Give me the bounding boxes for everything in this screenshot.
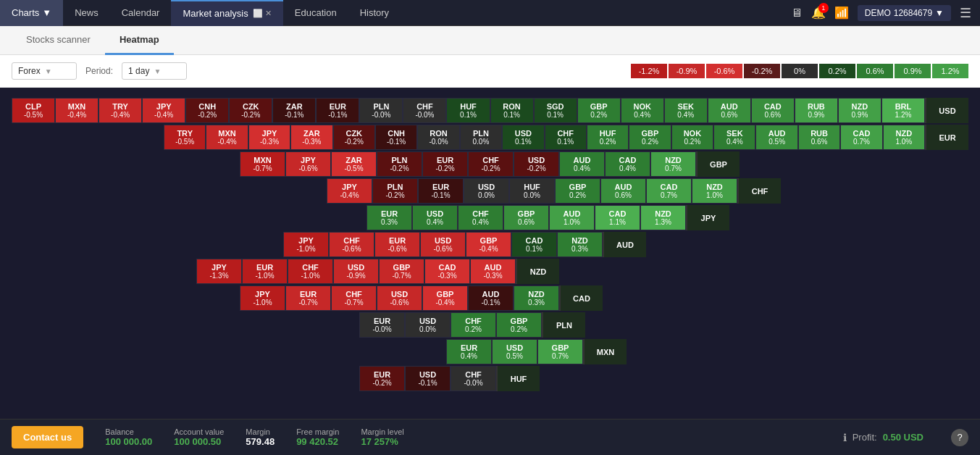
heatmap-cell[interactable]: JPY-0.4%	[142, 98, 185, 123]
heatmap-cell[interactable]: CAD0.6%	[751, 98, 795, 123]
heatmap-cell[interactable]: CAD0.4%	[605, 151, 650, 177]
heatmap-cell[interactable]: CNH-0.1%	[375, 125, 417, 150]
heatmap-cell[interactable]: CHF-0.6%	[329, 232, 374, 257]
legend-item-7[interactable]: 0.9%	[895, 64, 931, 78]
heatmap-cell[interactable]: NZD1.0%	[692, 178, 737, 204]
heatmap-cell[interactable]: RUB0.6%	[798, 125, 840, 150]
heatmap-cell[interactable]: AUD0.4%	[559, 151, 605, 177]
heatmap-cell[interactable]: RON0.1%	[490, 98, 534, 123]
heatmap-cell[interactable]: PLN0.0%	[460, 125, 502, 150]
heatmap-cell[interactable]: TRY-0.4%	[99, 98, 142, 123]
heatmap-cell[interactable]: NZD0.7%	[650, 151, 696, 177]
heatmap-cell[interactable]: AUD0.5%	[755, 125, 797, 150]
heatmap-cell[interactable]: CAD-0.3%	[424, 259, 470, 284]
heatmap-cell[interactable]: GBP0.6%	[503, 205, 549, 230]
heatmap-cell[interactable]: USD-0.1%	[405, 366, 451, 391]
heatmap-cell[interactable]: BRL1.2%	[881, 98, 925, 123]
heatmap-cell[interactable]: HUF0.1%	[446, 98, 490, 123]
heatmap-cell[interactable]: NZD0.9%	[838, 98, 881, 123]
heatmap-cell[interactable]: CHF-1.0%	[288, 259, 333, 284]
heatmap-cell[interactable]: HUF0.0%	[509, 178, 555, 204]
legend-item-3[interactable]: -0.2%	[744, 64, 780, 78]
tab-heatmap[interactable]: Heatmap	[105, 26, 174, 55]
heatmap-cell[interactable]: JPY-0.6%	[285, 151, 331, 177]
heatmap-cell[interactable]: RON-0.0%	[417, 125, 459, 150]
heatmap-cell[interactable]: AUD-0.1%	[468, 285, 514, 311]
heatmap-cell[interactable]: EUR0.3%	[367, 205, 412, 230]
wifi-icon[interactable]: 📶	[834, 6, 849, 20]
heatmap-cell[interactable]: EUR-0.6%	[374, 232, 420, 257]
heatmap-cell[interactable]: CHF-0.0%	[403, 98, 446, 123]
heatmap-cell[interactable]: CHF0.2%	[451, 312, 496, 338]
heatmap-cell[interactable]: GBP-0.4%	[422, 285, 468, 311]
heatmap-cell[interactable]: AUD-0.3%	[470, 259, 516, 284]
legend-item-1[interactable]: -0.9%	[669, 64, 705, 78]
heatmap-cell[interactable]: TRY-0.5%	[164, 125, 206, 150]
heatmap-cell[interactable]: AUD1.0%	[549, 205, 595, 230]
heatmap-cell[interactable]: MXN-0.7%	[240, 151, 285, 177]
heatmap-cell[interactable]: PLN-0.2%	[377, 151, 422, 177]
heatmap-cell[interactable]: USD0.1%	[502, 125, 544, 150]
heatmap-cell[interactable]: GBP0.2%	[496, 312, 542, 338]
heatmap-cell[interactable]: USD0.5%	[492, 339, 537, 364]
heatmap-cell[interactable]: GBP0.2%	[577, 98, 621, 123]
nav-charts[interactable]: Charts ▼	[0, 0, 63, 26]
heatmap-cell[interactable]: PLN-0.2%	[372, 178, 418, 204]
heatmap-cell[interactable]: CAD1.1%	[595, 205, 640, 230]
heatmap-cell[interactable]: GBP0.7%	[537, 339, 583, 364]
heatmap-cell[interactable]: EUR-0.1%	[418, 178, 464, 204]
heatmap-cell[interactable]: SEK0.4%	[664, 98, 708, 123]
heatmap-cell[interactable]: GBP0.2%	[555, 178, 600, 204]
heatmap-cell[interactable]: SGD0.1%	[534, 98, 577, 123]
heatmap-cell[interactable]: USD-0.2%	[514, 151, 559, 177]
heatmap-cell[interactable]: NZD0.3%	[514, 285, 559, 311]
heatmap-cell[interactable]: MXN-0.4%	[55, 98, 99, 123]
nav-history[interactable]: History	[348, 0, 401, 26]
heatmap-cell[interactable]: AUD0.6%	[600, 178, 646, 204]
heatmap-cell[interactable]: EUR-0.0%	[359, 312, 405, 338]
period-select[interactable]: 1 day ▼	[122, 62, 187, 80]
heatmap-cell[interactable]: USD-0.9%	[333, 259, 379, 284]
tab-stocks-scanner[interactable]: Stocks scanner	[12, 26, 105, 55]
legend-item-5[interactable]: 0.2%	[819, 64, 855, 78]
nav-market-analysis[interactable]: Market analysis ⬜ ✕	[171, 0, 282, 26]
heatmap-cell[interactable]: USD-0.6%	[377, 285, 422, 311]
heatmap-cell[interactable]: JPY-0.3%	[248, 125, 290, 150]
heatmap-cell[interactable]: JPY-0.4%	[327, 178, 372, 204]
heatmap-cell[interactable]: JPY-1.0%	[283, 232, 329, 257]
heatmap-cell[interactable]: ZAR-0.3%	[290, 125, 332, 150]
heatmap-cell[interactable]: EUR-0.2%	[359, 366, 405, 391]
heatmap-cell[interactable]: JPY-1.3%	[196, 259, 242, 284]
heatmap-cell[interactable]: CHF-0.0%	[451, 366, 496, 391]
heatmap-cell[interactable]: EUR-0.1%	[316, 98, 359, 123]
heatmap-cell[interactable]: CNH-0.2%	[185, 98, 229, 123]
monitor-icon[interactable]: 🖥	[791, 7, 803, 20]
heatmap-cell[interactable]: CHF-0.7%	[331, 285, 377, 311]
heatmap-cell[interactable]: SEK0.4%	[713, 125, 755, 150]
heatmap-cell[interactable]: CZK-0.2%	[229, 98, 272, 123]
heatmap-cell[interactable]: PLN-0.0%	[359, 98, 403, 123]
heatmap-cell[interactable]: EUR-0.2%	[422, 151, 468, 177]
heatmap-cell[interactable]: CAD0.7%	[840, 125, 882, 150]
legend-item-6[interactable]: 0.6%	[857, 64, 893, 78]
heatmap-cell[interactable]: RUB0.9%	[795, 98, 838, 123]
contact-us-button[interactable]: Contact us	[12, 426, 83, 448]
demo-account-button[interactable]: DEMO 12684679 ▼	[858, 5, 951, 21]
heatmap-cell[interactable]: NOK0.4%	[621, 98, 664, 123]
heatmap-cell[interactable]: GBP-0.7%	[379, 259, 424, 284]
heatmap-cell[interactable]: NZD0.3%	[557, 232, 603, 257]
heatmap-cell[interactable]: GBP0.2%	[629, 125, 671, 150]
heatmap-cell[interactable]: CAD0.7%	[646, 178, 692, 204]
help-button[interactable]: ?	[951, 429, 968, 446]
heatmap-cell[interactable]: CHF0.1%	[545, 125, 587, 150]
heatmap-cell[interactable]: AUD0.6%	[708, 98, 751, 123]
heatmap-cell[interactable]: NZD1.3%	[640, 205, 686, 230]
heatmap-cell[interactable]: NOK0.2%	[671, 125, 713, 150]
legend-item-8[interactable]: 1.2%	[932, 64, 968, 78]
notification-bell[interactable]: 🔔 1	[811, 6, 826, 20]
heatmap-cell[interactable]: EUR-1.0%	[242, 259, 288, 284]
legend-item-4[interactable]: 0%	[782, 64, 818, 78]
heatmap-cell[interactable]: USD0.4%	[412, 205, 458, 230]
nav-education[interactable]: Education	[283, 0, 348, 26]
heatmap-cell[interactable]: CAD0.1%	[511, 232, 557, 257]
